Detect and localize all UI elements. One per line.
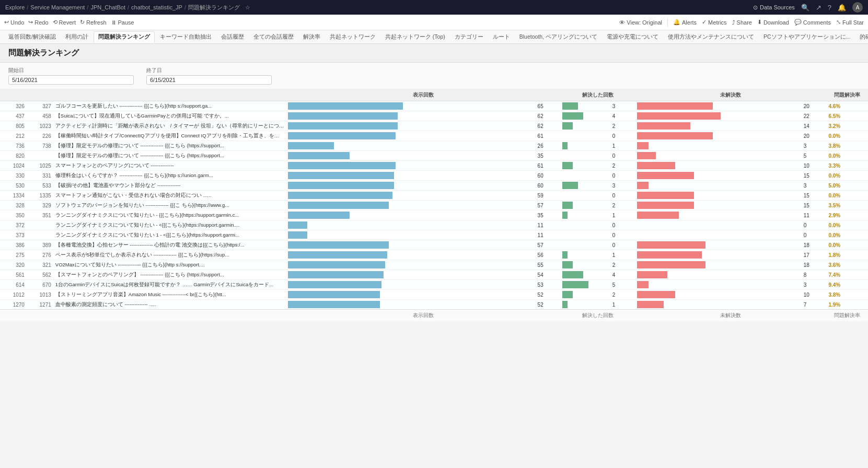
- end-date-input[interactable]: [146, 75, 272, 85]
- solved-bar: [562, 261, 573, 268]
- share-button[interactable]: ⤴ Share: [732, 19, 752, 26]
- rank1-cell: 372: [0, 220, 27, 230]
- display-bar-cell: [286, 201, 535, 210]
- star-icon[interactable]: ☆: [245, 4, 250, 11]
- unsolved-count-cell: 3: [802, 141, 827, 151]
- solved-bar: [562, 301, 568, 308]
- unsolved-bar: [637, 102, 713, 110]
- solved-bar: [562, 271, 583, 278]
- solved-count-cell: 4: [610, 111, 635, 121]
- data-sources-label[interactable]: Data Sources: [760, 4, 795, 10]
- tab-all-conversation[interactable]: 全ての会話履歴: [249, 31, 298, 43]
- fullstar-button[interactable]: ⤡ Full Star: [836, 19, 864, 26]
- tab-usage-method[interactable]: 使用方法やメンテナンスについて: [664, 31, 758, 43]
- solved-bar-cell: [560, 240, 610, 250]
- tab-repair[interactable]: 的確な故障や修理について: [855, 31, 868, 43]
- unsolved-count-cell: 20: [802, 131, 827, 141]
- tab-network-top[interactable]: 共起ネットワーク (Top): [381, 31, 449, 43]
- unsolved-bar: [637, 172, 694, 179]
- display-count-cell: 55: [536, 260, 561, 270]
- view-original-button[interactable]: 👁 View: Original: [619, 19, 662, 26]
- tab-route[interactable]: ルート: [489, 31, 514, 43]
- tab-resolution[interactable]: 解決率: [299, 31, 325, 43]
- share-icon[interactable]: ↗: [816, 4, 821, 11]
- rank2-cell: [27, 220, 53, 230]
- tab-category[interactable]: カテゴリー: [450, 31, 488, 43]
- solved-count-cell: 4: [610, 270, 635, 280]
- toolbar-right: 👁 View: Original 🔔 Alerts ✓ Metrics ⤴ Sh…: [619, 18, 864, 27]
- tab-conversation[interactable]: 会話履歴: [217, 31, 248, 43]
- solved-bar: [562, 162, 573, 169]
- rank1-cell: 373: [0, 230, 27, 240]
- tab-keyword[interactable]: キーワード自動抽出: [156, 31, 216, 43]
- col-header-rank2: [27, 89, 53, 101]
- search-icon[interactable]: 🔍: [801, 4, 809, 11]
- display-bar: [288, 251, 387, 259]
- tab-bluetooth[interactable]: Bluetooth, ペアリングについて: [515, 31, 601, 43]
- display-bar-cell: [286, 240, 535, 250]
- unsolved-bar-cell: [635, 111, 801, 121]
- comments-button[interactable]: 💬 Comments: [794, 19, 831, 26]
- tab-ranking[interactable]: 問題解決ランキング: [94, 31, 155, 43]
- question-cell: ランニングダイナミクスについて知りたい 1 - <{{{こちら}(https:/…: [53, 230, 286, 240]
- rank1-cell: 1024: [0, 161, 27, 171]
- question-cell: 血中酸素の測定頻度について -------------- .....: [53, 300, 286, 310]
- breadcrumb-service[interactable]: Service Management: [30, 4, 85, 10]
- tab-pc[interactable]: PCソフトやアプリケーションに...: [759, 31, 854, 43]
- display-bar: [288, 241, 389, 249]
- question-cell: 【修理】限定モデルの修理について -------------- {{{こちら (…: [53, 141, 286, 151]
- top-nav-icons: 🔍 ↗ ? 🔔 A: [801, 2, 863, 13]
- question-cell: ランニングダイナミクスについて知りたい - {{{こちら}(https://su…: [53, 210, 286, 220]
- display-count-cell: 53: [536, 280, 561, 290]
- footer-empty: [0, 310, 286, 322]
- unsolved-count-cell: 3: [802, 280, 827, 290]
- tab-usage[interactable]: 利用の計: [61, 31, 92, 43]
- col-header-rate: 問題解決率: [826, 89, 868, 101]
- display-bar: [288, 231, 307, 239]
- pause-button[interactable]: ⏸ Pause: [111, 19, 134, 26]
- revert-icon: ⟲: [53, 19, 57, 26]
- display-count-cell: 35: [536, 151, 561, 161]
- unsolved-bar-cell: [635, 121, 801, 131]
- metrics-button[interactable]: ✓ Metrics: [702, 19, 726, 26]
- revert-button[interactable]: ⟲ Revert: [53, 19, 76, 26]
- tab-returns[interactable]: 返答回数/解決確認: [4, 31, 60, 43]
- tab-network[interactable]: 共起ネットワーク: [326, 31, 380, 43]
- rate-cell: 4.6%: [826, 101, 868, 111]
- display-bar-cell: [286, 220, 535, 230]
- display-bar-cell: [286, 270, 535, 280]
- download-button[interactable]: ⬇ Download: [757, 19, 789, 26]
- help-icon[interactable]: ?: [828, 4, 831, 11]
- breadcrumb-explore[interactable]: Explore: [5, 4, 25, 10]
- rank1-cell: 1270: [0, 300, 27, 310]
- question-cell: アクティビティ計測時に「距離が表示されない / タイマーが 役坦」ない（尋常的に…: [53, 121, 286, 131]
- avatar[interactable]: A: [852, 2, 863, 13]
- question-cell: 【修理】限定モデルの修理について -------------- {{{こちら (…: [53, 151, 286, 161]
- refresh-button[interactable]: ↻ Refresh: [80, 19, 107, 26]
- rank1-cell: 530: [0, 181, 27, 191]
- question-cell: スマートフォン通知がこない・受信されない場合の対応につい ......: [53, 191, 286, 201]
- rank2-cell: 389: [27, 240, 53, 250]
- rate-cell: 0.0%: [826, 220, 868, 230]
- alerts-button[interactable]: 🔔 Alerts: [673, 19, 697, 26]
- start-date-input[interactable]: [8, 75, 134, 85]
- table-row: 614 670 1台のGarminデバイスにSuicaは何枚登録可能ですか？ ……: [0, 280, 868, 290]
- solved-bar-cell: [560, 290, 610, 300]
- divider: [667, 18, 668, 27]
- redo-icon: ↪: [28, 19, 33, 26]
- rank2-cell: 1335: [27, 191, 53, 201]
- redo-button[interactable]: ↪ Redo: [28, 19, 48, 26]
- breadcrumb-statistic[interactable]: chatbot_statistic_JP: [131, 4, 182, 10]
- unsolved-count-cell: 5: [802, 151, 827, 161]
- undo-button[interactable]: ↩ Undo: [4, 19, 24, 26]
- unsolved-count-cell: 10: [802, 290, 827, 300]
- solved-count-cell: 0: [610, 240, 635, 250]
- col-header-display: 表示回数: [286, 89, 560, 101]
- bell-icon[interactable]: 🔔: [838, 4, 846, 11]
- breadcrumb-jpn[interactable]: JPN_ChatBot: [90, 4, 125, 10]
- solved-bar-cell: [560, 191, 610, 201]
- data-sources[interactable]: ⊙ Data Sources: [753, 4, 795, 11]
- rank1-cell: 212: [0, 131, 27, 141]
- tab-power[interactable]: 電源や充電について: [603, 31, 663, 43]
- unsolved-bar-cell: [635, 250, 801, 260]
